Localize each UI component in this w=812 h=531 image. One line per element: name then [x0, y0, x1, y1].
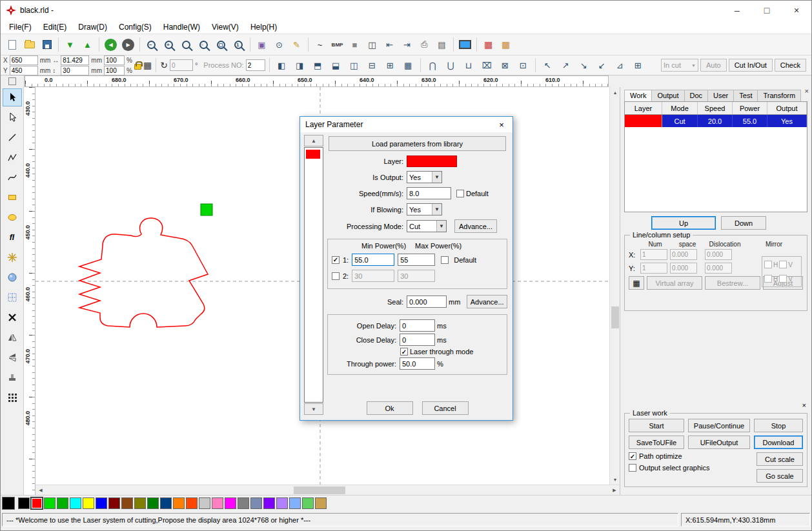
scale-x-field[interactable] — [104, 55, 125, 65]
tab-output[interactable]: Output — [651, 90, 684, 101]
laser-through-checkbox[interactable]: ✓ — [400, 348, 408, 356]
speed-field[interactable] — [407, 187, 451, 199]
select-tool-button[interactable] — [3, 89, 21, 106]
seal-advance-button[interactable]: Advance... — [467, 295, 507, 308]
palette-swatch[interactable] — [83, 497, 94, 509]
layer-output-cell[interactable]: Yes — [767, 115, 807, 127]
scroll-left-icon[interactable]: ◀ — [36, 485, 46, 496]
node-edit-tool-button[interactable] — [3, 109, 21, 126]
palette-swatch[interactable] — [212, 497, 223, 509]
layer-list-down-button[interactable]: ▼ — [304, 403, 323, 415]
horizontal-scroll-thumb[interactable] — [294, 486, 345, 494]
close-button[interactable]: × — [782, 1, 811, 20]
through-power-field[interactable] — [400, 357, 435, 370]
direction-up-left-button[interactable]: ↖ — [540, 57, 556, 74]
menu-help[interactable]: Help(H) — [245, 23, 283, 32]
path-optimize-checkbox[interactable]: ✓ — [629, 452, 636, 460]
tab-user[interactable]: User — [707, 90, 734, 101]
zoom-select-button[interactable]: 1 — [230, 37, 247, 53]
layer-list-swatch[interactable] — [306, 150, 320, 159]
height-field[interactable] — [61, 66, 89, 75]
y-num-field[interactable] — [640, 263, 667, 274]
cancel-button[interactable]: Cancel — [422, 401, 469, 415]
x-position-field[interactable] — [10, 55, 38, 65]
delete-tool-button[interactable] — [3, 309, 21, 326]
layer-up-button[interactable]: Up — [651, 216, 716, 230]
rectangle-tool-button[interactable] — [3, 189, 21, 206]
palette-swatch[interactable] — [173, 497, 185, 509]
y-space-field[interactable] — [670, 263, 697, 274]
weld-button[interactable]: ⋂ — [425, 57, 441, 74]
seal-field[interactable] — [407, 296, 447, 308]
palette-swatch[interactable] — [186, 497, 198, 509]
grid-tool-button[interactable] — [3, 289, 21, 306]
save-button[interactable] — [39, 37, 55, 53]
horizontal-scrollbar[interactable]: ◀ ▶ — [36, 485, 620, 495]
fill-tool-button[interactable]: ■ — [347, 37, 363, 53]
layer-table-row[interactable]: Cut 20.0 55.0 Yes — [625, 115, 807, 127]
align-right-button[interactable]: ◨ — [292, 57, 308, 74]
layer-speed-cell[interactable]: 20.0 — [698, 115, 733, 127]
layer-mode-cell[interactable]: Cut — [662, 115, 698, 127]
palette-swatch[interactable] — [18, 497, 30, 509]
layer-down-button[interactable]: Down — [721, 216, 766, 230]
mirror-y-v-checkbox[interactable] — [779, 275, 787, 283]
line-tool-button[interactable] — [3, 129, 21, 146]
distribute-h-button[interactable]: ⊞ — [382, 57, 398, 74]
menu-draw[interactable]: Draw(D) — [72, 23, 113, 32]
max-power-2-field[interactable] — [398, 270, 435, 282]
y-position-field[interactable] — [10, 66, 38, 75]
rotate-tool-button[interactable]: ⊙ — [271, 37, 287, 53]
palette-swatch[interactable] — [44, 497, 56, 509]
array-output-button[interactable]: ▦ — [480, 37, 496, 53]
go-scale-button[interactable]: Go scale — [756, 469, 803, 483]
palette-swatch[interactable] — [276, 497, 288, 509]
virtual-array-button[interactable]: Virtual array — [647, 276, 702, 290]
star-tool-button[interactable] — [3, 249, 21, 266]
min-power-1-field[interactable] — [352, 254, 394, 266]
minimize-button[interactable]: – — [722, 1, 752, 20]
auto-button[interactable]: Auto — [700, 59, 727, 72]
palette-swatch-selected[interactable] — [31, 497, 43, 509]
text-tool-button[interactable]: fI — [3, 229, 21, 246]
mirror-x-h-checkbox[interactable] — [764, 261, 772, 268]
power-row2-checkbox[interactable] — [332, 272, 340, 280]
primary-color-swatch[interactable] — [2, 497, 15, 510]
ok-button[interactable]: Ok — [367, 401, 413, 415]
palette-swatch[interactable] — [134, 497, 146, 509]
y-dislocation-field[interactable] — [705, 263, 732, 274]
curve-tool-button[interactable]: ~ — [312, 37, 328, 53]
scroll-right-icon[interactable]: ▶ — [609, 485, 620, 496]
array-output2-button[interactable]: ▦ — [498, 37, 514, 53]
palette-swatch[interactable] — [250, 497, 262, 509]
palette-swatch[interactable] — [302, 497, 314, 509]
start-button[interactable]: Start — [629, 419, 684, 432]
offset-tool-button[interactable] — [3, 369, 21, 386]
exclude-button[interactable]: ⌧ — [479, 57, 495, 74]
width-field[interactable] — [61, 55, 89, 65]
trim-button[interactable]: ⋃ — [443, 57, 459, 74]
layer-list[interactable] — [304, 147, 323, 403]
palette-swatch[interactable] — [289, 497, 301, 509]
speed-default-checkbox[interactable] — [456, 190, 464, 197]
curve-smooth-button[interactable]: ⊿ — [612, 57, 628, 74]
aspect-lock-icon[interactable] — [134, 64, 141, 70]
menu-config[interactable]: Config(S) — [113, 23, 157, 32]
download-button[interactable]: Download — [754, 436, 803, 449]
dialog-title-bar[interactable]: Layer Parameter × — [300, 117, 513, 132]
vertical-scrollbar[interactable]: ▲ ▼ — [609, 87, 620, 485]
palette-swatch[interactable] — [108, 497, 120, 509]
palette-swatch[interactable] — [121, 497, 133, 509]
zoom-in-button[interactable]: + — [161, 37, 177, 53]
palette-swatch[interactable] — [70, 497, 81, 509]
simulate-button[interactable] — [457, 37, 473, 53]
polyline-tool-button[interactable] — [3, 149, 21, 166]
bestrew-button[interactable]: Bestrew... — [705, 276, 760, 290]
tab-doc[interactable]: Doc — [684, 90, 709, 101]
direction-down-left-button[interactable]: ↙ — [594, 57, 610, 74]
origin-marker[interactable] — [201, 204, 212, 215]
palette-swatch[interactable] — [225, 497, 236, 509]
ellipse-tool-button[interactable] — [3, 209, 21, 226]
direction-up-right-button[interactable]: ↗ — [558, 57, 574, 74]
if-blowing-combo[interactable]: Yes ▼ — [407, 203, 442, 215]
